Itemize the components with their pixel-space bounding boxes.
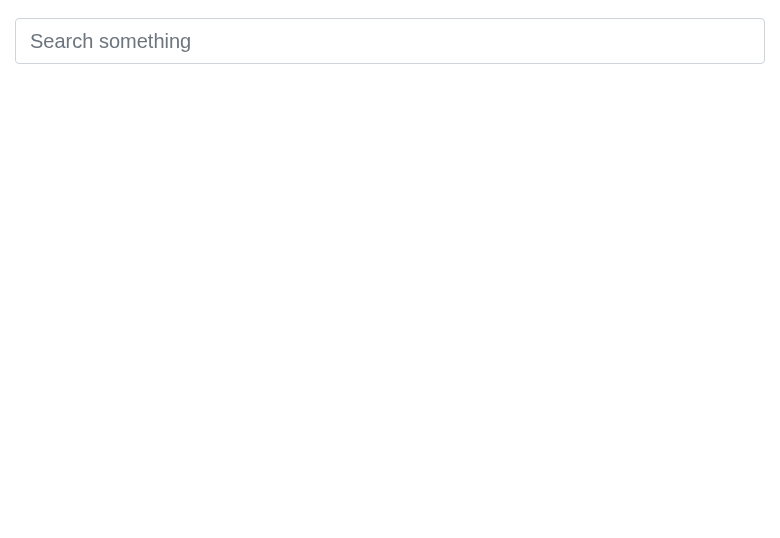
search-input[interactable]	[15, 18, 765, 64]
